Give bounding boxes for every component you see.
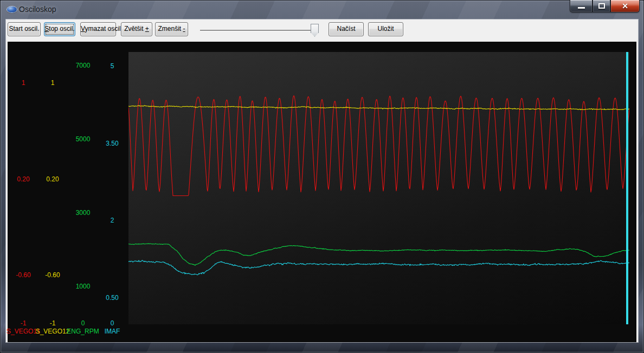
- tick-label-imaf: 0.50: [106, 294, 118, 302]
- tick-label-imaf: 2: [111, 217, 114, 224]
- zoom-slider[interactable]: [194, 21, 324, 38]
- channel-name-eng_rpm: ENG_RPM: [67, 328, 99, 335]
- zoom-in-button[interactable]: Zvětšit +: [121, 22, 152, 36]
- maximize-icon: [598, 3, 605, 9]
- load-button[interactable]: Načíst: [329, 22, 364, 36]
- minimize-icon: [578, 7, 585, 9]
- toolbar: Start oscil.Stop oscil.Vymazat oscilZvět…: [6, 19, 638, 42]
- app-icon: [7, 6, 17, 12]
- window-title: Osciloskop: [19, 5, 56, 14]
- tick-label-s_vego11: -0.60: [16, 271, 30, 279]
- tick-label-s_vego11: 0.20: [17, 175, 29, 183]
- channel-name-s_vego12: S_VEGO12: [36, 328, 70, 335]
- slider-thumb[interactable]: [311, 24, 319, 37]
- close-button[interactable]: ✕: [610, 0, 640, 12]
- scope-panel: 10.20-0.60-1S_VEGO1110.20-0.60-1S_VEGO12…: [8, 42, 636, 342]
- zoom-out-button[interactable]: Zmenšit -: [155, 22, 188, 36]
- start-oscilloscope-button[interactable]: Start oscil.: [8, 22, 41, 36]
- tick-label-imaf: 5: [111, 62, 114, 70]
- tick-label-s_vego12: 1: [51, 79, 55, 87]
- tick-label-s_vego12: -0.60: [45, 271, 60, 279]
- tick-label-imaf: 0: [111, 319, 114, 327]
- maximize-button[interactable]: [593, 0, 610, 12]
- tick-label-eng_rpm: 0: [81, 319, 85, 327]
- tick-label-imaf: 3.50: [106, 140, 118, 147]
- app-window: Osciloskop ✕ Start oscil.Stop oscil.Vyma…: [0, 0, 644, 353]
- tick-label-eng_rpm: 1000: [76, 283, 91, 290]
- tick-label-eng_rpm: 5000: [76, 135, 91, 143]
- save-button[interactable]: Uložit: [368, 22, 403, 36]
- channel-name-imaf: IMAF: [105, 328, 120, 335]
- clear-oscilloscope-button[interactable]: Vymazat oscil: [80, 22, 116, 36]
- channel-name-s_vego11: S_VEGO11: [7, 328, 40, 335]
- waveform-canvas: [128, 52, 629, 324]
- minimize-button[interactable]: [570, 0, 593, 12]
- tick-label-eng_rpm: 3000: [76, 209, 91, 217]
- client-area: Start oscil.Stop oscil.Vymazat oscilZvět…: [6, 19, 638, 342]
- tick-label-eng_rpm: 7000: [76, 62, 91, 69]
- slider-groove: [200, 30, 312, 31]
- stop-oscilloscope-button[interactable]: Stop oscil.: [44, 22, 75, 36]
- tick-label-s_vego12: -1: [50, 319, 56, 327]
- waveform-plot[interactable]: [128, 52, 629, 324]
- window-titlebar: Osciloskop ✕: [0, 0, 644, 19]
- close-icon: ✕: [611, 2, 639, 10]
- window-controls: ✕: [570, 0, 640, 12]
- tick-label-s_vego11: 1: [22, 79, 25, 87]
- cursor-line[interactable]: [626, 52, 628, 324]
- tick-label-s_vego11: -1: [21, 319, 27, 327]
- tick-label-s_vego12: 0.20: [46, 175, 59, 183]
